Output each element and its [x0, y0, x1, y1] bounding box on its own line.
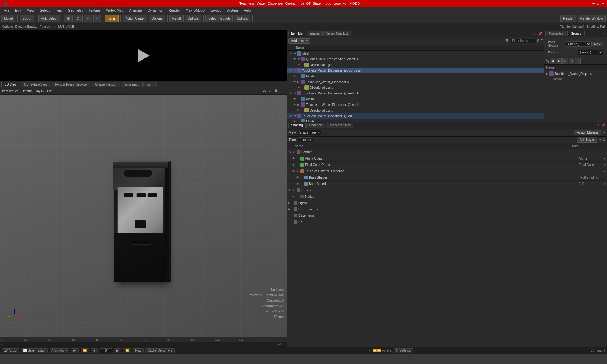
shader-nodes[interactable]: 👁 Nodes	[287, 193, 607, 200]
vp-rotate-icon[interactable]: ↻	[269, 89, 272, 93]
groups-sq1-btn[interactable]: □	[562, 58, 568, 64]
tree-item-1[interactable]: 👁 ▼ Quench_Bevi_Freestanding_Water_D...	[287, 56, 544, 62]
tree-item-3[interactable]: 👁 ▼ Touchless_Water_Dispenser_modo_base.…	[287, 68, 544, 73]
tab-channels[interactable]: Channels	[306, 123, 325, 128]
groups-expand-icon[interactable]: ⤢	[603, 32, 606, 36]
eye-icon-6[interactable]: 👁	[296, 85, 300, 90]
shader-environments[interactable]: ▶ Environments	[287, 206, 607, 212]
vp-more-icon[interactable]: ⋯	[282, 89, 285, 93]
tree-item-2[interactable]: 👁 Directional Light	[287, 62, 544, 68]
menu-vertexmap[interactable]: Vertex Map	[103, 8, 126, 13]
eye-icon-10[interactable]: 👁	[296, 108, 300, 112]
shade-eye-base-mat[interactable]: 👁	[296, 182, 299, 185]
tab-properties[interactable]: Properties	[545, 31, 567, 36]
render-window-btn[interactable]: Render Window	[578, 15, 606, 22]
shade-eye-final[interactable]: 👁	[292, 163, 295, 167]
tree-item-4[interactable]: 👁 Mesh	[287, 73, 544, 79]
eye-icon-3[interactable]: 👁	[288, 68, 293, 73]
tab-vertex-map-list[interactable]: Vertex Map List	[323, 31, 351, 36]
shade-eye-base-shader[interactable]: 👁	[296, 176, 299, 179]
menu-system[interactable]: System	[224, 8, 241, 13]
view-default[interactable]: Default	[21, 89, 32, 93]
eye-icon-12[interactable]: 👁	[292, 119, 297, 122]
settings-btn[interactable]: ⚙ Settings	[394, 348, 413, 353]
tree-item-7[interactable]: 👁 ▼ Touchless_Water_Dispenser_Quench_Ic.…	[287, 90, 544, 96]
eye-icon-8[interactable]: 👁	[292, 97, 297, 101]
close-btn[interactable]: ✕	[601, 1, 604, 6]
eye-icon-5[interactable]: 👁	[292, 80, 297, 84]
tab-shading[interactable]: Shading	[288, 123, 306, 128]
prev-prev-btn[interactable]: ⏮	[71, 348, 79, 353]
shader-final-color[interactable]: 👁 Final Color Output Final Color ▾	[287, 162, 607, 168]
tab-schematic[interactable]: Schematic	[121, 82, 143, 87]
filter-input[interactable]	[511, 39, 536, 43]
vp-settings-icon[interactable]: ⚙	[263, 89, 266, 93]
auto-select-btn[interactable]: Auto Select	[38, 15, 60, 22]
vp-zoom-icon[interactable]: 🔍	[275, 89, 279, 93]
menu-render[interactable]: Render	[166, 8, 182, 13]
menu-select[interactable]: Select	[37, 8, 52, 13]
maximize-btn[interactable]: □	[597, 1, 599, 6]
library-eye[interactable]: 👁	[288, 189, 291, 192]
shader-library[interactable]: 👁 ▼ Library	[287, 187, 607, 193]
play-button[interactable]	[136, 48, 151, 64]
menu-file[interactable]: File	[1, 8, 12, 13]
next-btn[interactable]: ⏩	[123, 348, 131, 353]
menu-texture[interactable]: Texture	[86, 8, 103, 13]
menu-view[interactable]: View	[24, 8, 37, 13]
groups-sq2-btn[interactable]: □	[569, 58, 574, 64]
tool-4[interactable]: ○	[93, 15, 101, 22]
shader-render[interactable]: 👁 ▼ Render	[287, 149, 607, 155]
model-btn[interactable]: Model	[1, 15, 15, 22]
eye-icon-1[interactable]: 👁	[292, 57, 297, 61]
eye-icon-9[interactable]: 👁	[292, 102, 297, 107]
base-mat-dropdown[interactable]: ▾	[604, 182, 606, 185]
shader-bake-items[interactable]: Bake Items	[287, 212, 607, 219]
menu-maxtomodo[interactable]: MaxToModo	[183, 8, 207, 13]
sculpt-btn[interactable]: Sculpt	[20, 15, 34, 22]
play-btn[interactable]: Play	[133, 348, 144, 353]
graph-editor-btn[interactable]: 📊 Graph Editor	[21, 348, 48, 353]
add-item-btn[interactable]: Add Item ▾	[288, 38, 310, 44]
menu-layout[interactable]: Layout	[208, 8, 223, 13]
eye-icon-7[interactable]: 👁	[288, 91, 293, 95]
shader-alpha-output[interactable]: 👁 Alpha Output Alpha ▾	[287, 155, 607, 162]
add-layer-btn[interactable]: Add Layer	[577, 137, 597, 143]
shader-touchless-material[interactable]: 👁 ▼ Touchless_Water_Dispense... ▾	[287, 168, 607, 174]
shader-fx[interactable]: FX	[287, 219, 607, 225]
tree-item-5[interactable]: 👁 ▶ Touchless_Water_Dispenser 2	[287, 79, 544, 85]
alpha-dropdown[interactable]: ▾	[604, 157, 606, 160]
options2-btn[interactable]: Options	[185, 15, 201, 22]
menu-geometry[interactable]: Geometry	[65, 8, 85, 13]
shader-base-shader[interactable]: 👁 Base Shader Full Shading	[287, 174, 607, 181]
pause-icon[interactable]: ⏸	[53, 25, 56, 28]
tab-light[interactable]: Light	[143, 82, 157, 87]
tool-2[interactable]: ⬡	[74, 15, 83, 22]
groups-add-btn[interactable]: +	[575, 58, 581, 64]
new-pass-btn[interactable]: New	[591, 42, 603, 46]
prev-btn[interactable]: ⏪	[81, 348, 89, 353]
render-btn[interactable]: Render	[560, 15, 576, 22]
shader-base-material[interactable]: 👁 Base Material (all) ▾	[287, 181, 607, 187]
tool-1[interactable]: ▣	[64, 15, 73, 22]
assign-material-btn[interactable]: Assign Material	[574, 130, 601, 135]
menu-help[interactable]: Help	[241, 8, 254, 13]
tool-3[interactable]: △	[84, 15, 92, 22]
tab-gradient-editor[interactable]: Gradient Editor	[92, 82, 120, 87]
eye-icon-4[interactable]: 👁	[292, 74, 297, 78]
envs-expand[interactable]: ▶	[288, 208, 293, 211]
audio-btn[interactable]: 🔊 Audio	[2, 348, 19, 353]
tree-item-0[interactable]: 👁 ▶ Mesh	[287, 51, 544, 56]
eye-icon-2[interactable]: 👁	[296, 63, 300, 67]
menu-dynamics[interactable]: Dynamics	[145, 8, 165, 13]
tab-uv-texture[interactable]: UV Texture View	[21, 82, 51, 87]
pin-icon[interactable]: 📌	[538, 32, 543, 36]
tree-item-10[interactable]: 👁 Directional Light	[287, 107, 544, 113]
groups-fwd-btn[interactable]: ▶	[556, 58, 562, 64]
menu-animate[interactable]: Animate	[126, 8, 144, 13]
tree-item-12[interactable]: 👁 Mesh	[287, 119, 544, 122]
final-dropdown[interactable]: ▾	[604, 163, 606, 167]
menu-edit[interactable]: Edit	[13, 8, 24, 13]
tab-groups[interactable]: Groups	[567, 31, 585, 36]
eye-icon-0[interactable]: 👁	[288, 51, 293, 56]
